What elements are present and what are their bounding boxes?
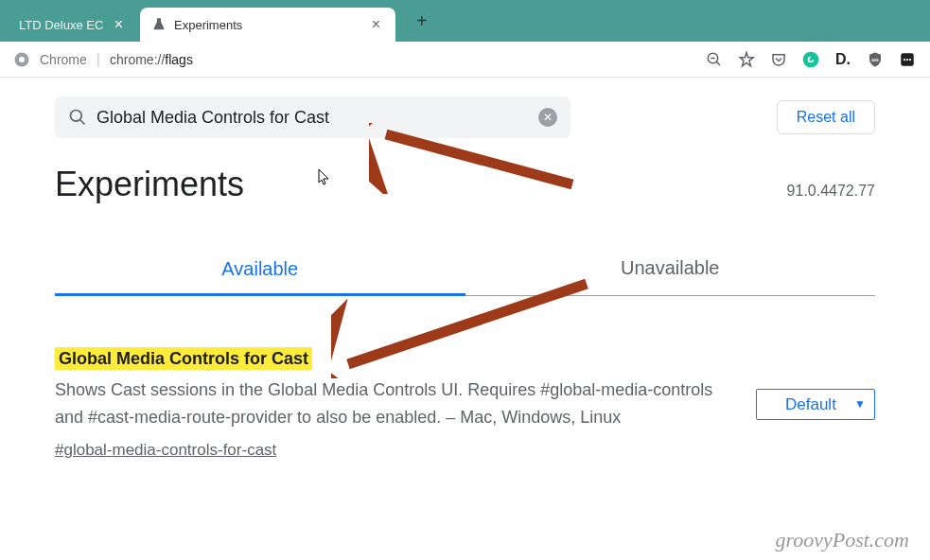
new-tab-button[interactable]: + [403, 10, 441, 32]
browser-tab-bar: LTD Deluxe EC × Experiments × + [0, 0, 930, 42]
close-icon[interactable]: × [111, 16, 127, 33]
pocket-icon[interactable] [769, 50, 788, 69]
svg-line-3 [716, 61, 720, 65]
search-row: ✕ Reset all [55, 96, 875, 138]
extension-menu-icon[interactable] [898, 50, 917, 69]
star-icon[interactable] [737, 50, 756, 69]
flag-state-select[interactable]: Default [756, 389, 875, 420]
flag-anchor-link[interactable]: #global-media-controls-for-cast [55, 441, 276, 460]
title-row: Experiments 91.0.4472.77 [55, 165, 875, 204]
extension-icons: D. uo [705, 50, 917, 69]
svg-text:uo: uo [871, 57, 879, 62]
tab-title: Experiments [174, 18, 368, 32]
svg-point-9 [906, 58, 908, 60]
address-divider: | [97, 51, 100, 68]
flag-item: Global Media Controls for Cast Shows Cas… [55, 349, 875, 460]
watermark: groovyPost.com [775, 528, 909, 552]
page-content: ✕ Reset all Experiments 91.0.4472.77 Ava… [0, 78, 930, 460]
flag-body: Global Media Controls for Cast Shows Cas… [55, 349, 728, 460]
svg-point-1 [19, 57, 25, 62]
svg-point-5 [803, 51, 819, 67]
svg-point-10 [909, 58, 911, 60]
search-icon [68, 108, 87, 127]
ublock-icon[interactable]: uo [866, 50, 885, 69]
svg-point-8 [904, 58, 905, 60]
tab-inactive[interactable]: LTD Deluxe EC × [8, 8, 138, 42]
search-input[interactable] [97, 108, 538, 128]
page-title: Experiments [55, 165, 244, 204]
version-label: 91.0.4472.77 [787, 183, 875, 200]
tab-title: LTD Deluxe EC [19, 18, 111, 32]
grammarly-icon[interactable] [801, 50, 820, 69]
clear-icon[interactable]: ✕ [538, 108, 557, 127]
tab-unavailable[interactable]: Unavailable [465, 244, 876, 295]
close-icon[interactable]: × [368, 16, 384, 33]
cursor-icon [318, 168, 331, 185]
chrome-icon [13, 51, 30, 68]
reset-all-button[interactable]: Reset all [777, 100, 875, 134]
flag-description: Shows Cast sessions in the Global Media … [55, 376, 728, 431]
tab-available[interactable]: Available [55, 245, 465, 296]
address-label: Chrome [40, 52, 87, 67]
flag-select-wrapper: Default ▼ [756, 349, 875, 460]
content-tabs: Available Unavailable [55, 244, 875, 296]
svg-point-11 [71, 111, 82, 122]
extension-d-icon[interactable]: D. [833, 50, 852, 69]
zoom-out-icon[interactable] [705, 50, 724, 69]
flask-icon [151, 17, 167, 32]
flag-title: Global Media Controls for Cast [55, 347, 312, 370]
address-url[interactable]: chrome://flags [110, 52, 695, 67]
svg-line-12 [80, 120, 85, 125]
tab-active[interactable]: Experiments × [140, 8, 395, 42]
search-box: ✕ [55, 96, 570, 138]
address-bar: Chrome | chrome://flags D. uo [0, 42, 930, 78]
